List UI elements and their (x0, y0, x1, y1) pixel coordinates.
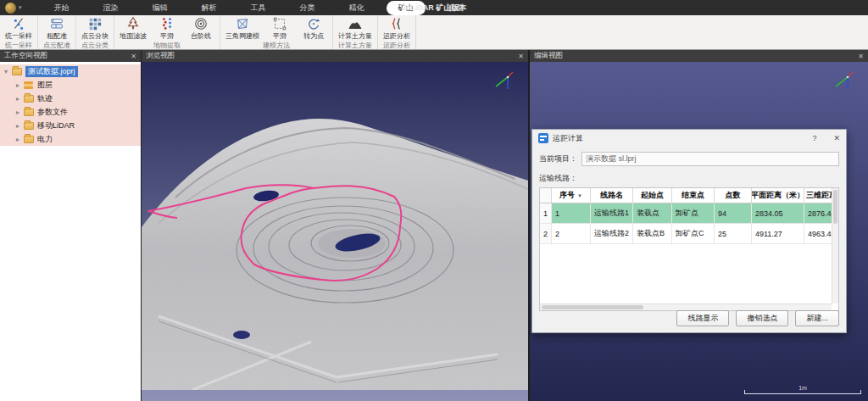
point-cloud-viewport[interactable] (142, 62, 528, 401)
smooth-icon (159, 16, 175, 31)
dialog-app-icon (538, 133, 548, 143)
smooth-button[interactable]: 平滑 (153, 16, 181, 41)
tree-item-trajectory[interactable]: ▸ 轨迹 (0, 92, 141, 105)
horizontal-scrollbar[interactable] (540, 304, 832, 310)
close-icon[interactable]: ✕ (131, 53, 136, 60)
menu-view[interactable]: 视图 (436, 1, 475, 15)
workspace-panel-title: 工作空间视图 (4, 51, 47, 61)
header-seq[interactable]: 序号 ▼ (552, 188, 591, 203)
ribbon-group-classification: 点云分块 点云分类 (76, 15, 114, 49)
menu-edit[interactable]: 编辑 (141, 1, 180, 15)
vertical-scrollbar[interactable] (832, 188, 838, 304)
row-header-corner (540, 188, 552, 203)
row-number: 2 (540, 224, 552, 243)
edit-panel: 编辑视图 ✕ 1m 运距计算 ? ✕ (530, 50, 868, 401)
workspace-tree: ▾ 测试数据.joprj ▸ 图层 ▸ 轨迹 ▸ 参数文件 ▸ (0, 62, 141, 401)
cell-seq: 1 (552, 203, 591, 223)
tree-root-row[interactable]: ▾ 测试数据.joprj (0, 64, 141, 78)
table-row[interactable]: 2 2 运输线路2 装载点B 卸矿点C 25 4911.27 4963.48 (540, 224, 839, 244)
coarse-registration-button[interactable]: 粗配准 (43, 16, 70, 41)
earthwork-volume-button[interactable]: 计算土方量 (338, 16, 372, 41)
sort-indicator-icon: ▼ (577, 193, 582, 198)
caret-open-icon[interactable]: ▾ (0, 68, 12, 75)
tree-item-power[interactable]: ▸ 电力 (0, 132, 141, 146)
menubar: ▾ 开始 渲染 编辑 解析 工具 分类 精化 矿山 视图 JoLiDAR 矿山版… (0, 0, 868, 15)
routes-label: 运输线路： (539, 173, 839, 184)
mesh-smooth-icon (272, 16, 287, 31)
show-route-button[interactable]: 线路显示 (676, 310, 729, 326)
menu-classify[interactable]: 分类 (288, 1, 327, 15)
coarse-registration-icon (49, 16, 64, 31)
menu-render[interactable]: 渲染 (92, 1, 131, 15)
cell-end-point: 卸矿点 (672, 203, 715, 223)
point-cloud-tiling-icon (87, 16, 103, 31)
bench-line-button[interactable]: 台阶线 (187, 16, 214, 41)
button-label: 台阶线 (191, 31, 211, 41)
dialog-titlebar[interactable]: 运距计算 ? ✕ (532, 130, 846, 147)
header-planar-distance[interactable]: 平面距离（米） (752, 188, 804, 203)
uniform-sampling-button[interactable]: 统一采样 (5, 16, 32, 41)
earthwork-volume-icon (348, 16, 363, 31)
caret-closed-icon[interactable]: ▸ (12, 136, 24, 143)
folder-icon (24, 95, 34, 103)
close-icon[interactable]: ✕ (518, 53, 524, 60)
current-project-label: 当前项目： (539, 153, 577, 164)
header-end-point[interactable]: 结束点 (672, 188, 715, 203)
caret-closed-icon[interactable]: ▸ (12, 109, 24, 116)
workspace-panel-titlebar: 工作空间视图 ✕ (0, 50, 141, 62)
menu-refine[interactable]: 精化 (337, 1, 376, 15)
menu-mine-active[interactable]: 矿山 (387, 1, 426, 15)
dialog-body: 当前项目： 运输线路： 序号 ▼ 线路名 (532, 147, 846, 311)
tree-root-label: 测试数据.joprj (25, 66, 78, 77)
axis-gizmo-icon (492, 69, 516, 92)
project-folder-icon (12, 68, 22, 75)
undo-point-selection-button[interactable]: 撤销选点 (736, 310, 788, 326)
caret-closed-icon[interactable]: ▸ (12, 122, 24, 130)
button-label: 点云分块 (81, 31, 108, 41)
caret-closed-icon[interactable]: ▸ (12, 81, 24, 89)
ground-filter-button[interactable]: 地面滤波 (120, 16, 147, 41)
menu-analyze[interactable]: 解析 (190, 1, 229, 15)
cell-planar-distance: 2834.05 (752, 203, 804, 223)
ribbon-group-sampling: 统一采样 统一采样 (0, 15, 38, 49)
tree-item-mobile-lidar[interactable]: ▸ 移动LiDAR (0, 119, 141, 132)
browse-panel-titlebar: 浏览视图 ✕ (142, 50, 528, 62)
menu-tools[interactable]: 工具 (239, 1, 278, 15)
header-point-count[interactable]: 点数 (715, 188, 752, 203)
tree-item-parameter-files[interactable]: ▸ 参数文件 (0, 105, 141, 119)
help-icon[interactable]: ? (812, 134, 816, 142)
terrain-render (142, 62, 528, 390)
tree-item-layers[interactable]: ▸ 图层 (0, 78, 141, 92)
button-label: 统一采样 (5, 31, 32, 41)
point-cloud-tiling-button[interactable]: 点云分块 (81, 16, 108, 41)
table-header-row: 序号 ▼ 线路名 起始点 结束点 点数 平面距离（米） 三维距离（米） (540, 188, 839, 203)
cell-start-point: 装载点B (633, 224, 672, 243)
button-label: 平滑 (273, 31, 287, 41)
cell-end-point: 卸矿点C (672, 224, 715, 243)
mesh-smooth-button[interactable]: 平滑 (266, 16, 293, 41)
header-route-name[interactable]: 线路名 (591, 188, 633, 203)
current-project-field[interactable] (581, 152, 839, 166)
convert-to-points-button[interactable]: 转为点 (300, 16, 327, 41)
bench-line-icon (193, 16, 209, 31)
tin-modeling-button[interactable]: 三角网建模 (225, 16, 259, 41)
ribbon-group-modeling: 三角网建模 平滑 转为点 (220, 15, 333, 49)
cell-point-count: 25 (715, 224, 752, 243)
cell-seq: 2 (552, 224, 591, 243)
cell-start-point: 装载点 (633, 203, 672, 223)
haul-distance-button[interactable]: 运距分析 (383, 16, 410, 41)
close-icon[interactable]: ✕ (833, 134, 840, 142)
table-row[interactable]: 1 1 运输线路1 装载点 卸矿点 94 2834.05 2876.44 (540, 203, 839, 224)
edit-viewport[interactable]: 1m 运距计算 ? ✕ 当前项目： 运输线路： (530, 62, 868, 401)
caret-closed-icon[interactable]: ▸ (12, 95, 24, 103)
folder-icon (24, 136, 34, 143)
close-icon[interactable]: ✕ (858, 53, 864, 60)
scale-bar: 1m (744, 384, 861, 394)
cell-route-name: 运输线路1 (591, 203, 633, 223)
new-route-button[interactable]: 新建... (795, 310, 839, 326)
menu-start[interactable]: 开始 (42, 1, 81, 15)
button-label: 三角网建模 (225, 31, 259, 41)
chevron-down-icon[interactable]: ▾ (19, 4, 22, 11)
header-start-point[interactable]: 起始点 (633, 188, 672, 203)
cell-route-name: 运输线路2 (591, 224, 633, 243)
